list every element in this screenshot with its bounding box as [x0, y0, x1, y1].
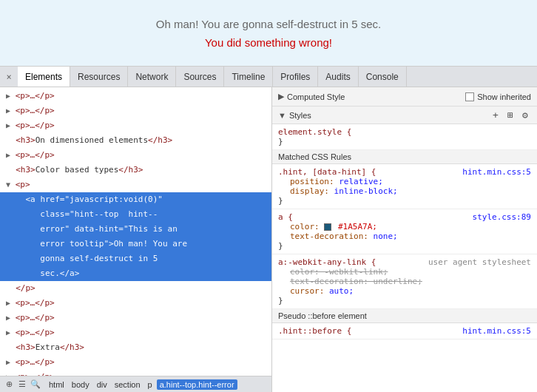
computed-style-header: ▶ Computed Style Show inherited — [272, 87, 537, 107]
dom-line: <h3>On dimensioned elements</h3> — [0, 133, 271, 148]
rule-webkit-prop-textdecoration: text-decoration: underline; — [278, 277, 531, 286]
dom-line: ▶ <p>…</p> — [0, 311, 271, 325]
dom-line-highlighted[interactable]: class="hint--top hint-- — [0, 207, 271, 222]
breadcrumb-html[interactable]: html — [46, 379, 67, 390]
dom-line: ▶ <p>…</p> — [0, 104, 271, 118]
styles-title: ▼ Styles — [278, 111, 311, 120]
dom-line-highlighted[interactable]: error tooltip">Oh man! You are — [0, 237, 271, 251]
tab-sources[interactable]: Sources — [176, 67, 224, 87]
tab-network[interactable]: Network — [128, 67, 176, 87]
matched-css-rules-header: Matched CSS Rules — [272, 150, 537, 164]
dom-line: ▶ <p>…</p> — [0, 118, 271, 133]
toggle-style-button[interactable]: ⊞ — [504, 109, 516, 121]
breadcrumb-body[interactable]: body — [69, 379, 92, 390]
element-style-close: } — [278, 137, 531, 146]
element-style-selector: element.style { — [278, 127, 531, 137]
dom-line: ▼ <p> — [0, 178, 271, 192]
dom-line-highlighted[interactable]: gonna self-destruct in 5 — [0, 251, 271, 266]
css-rule-webkit: a:-webkit-any-link { user agent styleshe… — [272, 254, 537, 309]
tab-resources[interactable]: Resources — [70, 67, 128, 87]
styles-actions: + ⊞ ⚙ — [490, 109, 531, 121]
tab-timeline[interactable]: Timeline — [224, 67, 273, 87]
settings-style-button[interactable]: ⚙ — [519, 109, 531, 121]
tab-bar: × Elements Resources Network Sources Tim… — [0, 67, 537, 87]
dom-line-highlighted[interactable]: error" data-hint="This is an — [0, 222, 271, 237]
styles-panel: ▶ Computed Style Show inherited ▼ Styles… — [272, 87, 537, 392]
dom-line: ▶ <p>…</p> — [0, 89, 271, 104]
search-icon[interactable]: 🔍 — [30, 379, 41, 391]
tab-profiles[interactable]: Profiles — [273, 67, 318, 87]
show-inherited-label: Show inherited — [477, 92, 531, 101]
pseudo-before-header: Pseudo ::before element — [272, 309, 537, 323]
dom-line: ▶ <p>…</p> — [0, 325, 271, 340]
dom-panel: ▶ <p>…</p> ▶ <p>…</p> ▶ <p>…</p> <h3>On … — [0, 87, 272, 392]
rule-a-close: } — [278, 241, 531, 251]
show-inherited-checkbox[interactable] — [465, 92, 474, 101]
rule-a-prop-textdecoration: text-decoration: none; — [278, 232, 531, 241]
page-subtitle: You did something wrong! — [205, 36, 332, 49]
add-style-button[interactable]: + — [490, 109, 501, 121]
styles-section-header: ▼ Styles + ⊞ ⚙ — [272, 107, 537, 124]
breadcrumb-icons: ⊕ ☰ 🔍 — [3, 379, 41, 391]
rule-hint-prop-display: display: inline-block; — [278, 186, 531, 196]
tab-console[interactable]: Console — [359, 67, 407, 87]
dom-line-highlighted[interactable]: sec.</a> — [0, 266, 271, 281]
dom-line: <h3>Color based types</h3> — [0, 163, 271, 178]
dom-line: ▶ <p>…</p> — [0, 296, 271, 311]
breadcrumb-p[interactable]: p — [145, 379, 155, 390]
inspect-icon[interactable]: ⊕ — [3, 379, 15, 391]
computed-title: ▶ Computed Style — [278, 92, 345, 101]
css-rule-hint: .hint, [data-hint] { hint.min.css:5 posi… — [272, 164, 537, 209]
devtools-close-button[interactable]: × — [3, 71, 15, 83]
page-preview: Oh man! You are gonna self-destruct in 5… — [0, 0, 537, 67]
rule-a-prop-color: color: #1A5A7A; — [278, 222, 531, 232]
pseudo-before-file[interactable]: hint.min.css:5 — [462, 326, 531, 336]
dom-line: ▶ <p>…</p> — [0, 370, 271, 376]
tab-elements[interactable]: Elements — [18, 67, 70, 87]
css-content[interactable]: element.style { } Matched CSS Rules .hin… — [272, 124, 537, 392]
rule-webkit-selector: a:-webkit-any-link { user agent styleshe… — [278, 257, 531, 267]
rule-a-file[interactable]: style.css:89 — [473, 212, 531, 222]
dom-line: ▶ <p>…</p> — [0, 148, 271, 163]
rule-hint-file[interactable]: hint.min.css:5 — [462, 167, 531, 177]
pseudo-before-selector: .hint::before { hint.min.css:5 — [278, 326, 531, 336]
tree-icon[interactable]: ☰ — [16, 379, 28, 391]
rule-hint-close: } — [278, 196, 531, 206]
page-title: Oh man! You are gonna self-destruct in 5… — [156, 18, 381, 30]
dom-line: <h3>Extra</h3> — [0, 340, 271, 355]
rule-hint-prop-position: position: relative; — [278, 177, 531, 186]
tab-audits[interactable]: Audits — [318, 67, 358, 87]
devtools-panel: × Elements Resources Network Sources Tim… — [0, 67, 537, 392]
color-swatch[interactable] — [324, 223, 331, 231]
rule-webkit-prop-cursor: cursor: auto; — [278, 286, 531, 296]
pseudo-before-block: .hint::before { hint.min.css:5 — [272, 323, 537, 339]
rule-a-selector: a { style.css:89 — [278, 212, 531, 222]
styles-label: Styles — [289, 111, 311, 120]
main-content: ▶ <p>…</p> ▶ <p>…</p> ▶ <p>…</p> <h3>On … — [0, 87, 537, 392]
dom-line: </p> — [0, 281, 271, 296]
computed-style-label: Computed Style — [287, 92, 345, 101]
styles-arrow-icon: ▼ — [278, 111, 286, 120]
dom-line: ▶ <p>…</p> — [0, 355, 271, 370]
dom-tree[interactable]: ▶ <p>…</p> ▶ <p>…</p> ▶ <p>…</p> <h3>On … — [0, 87, 271, 376]
rule-hint-selector: .hint, [data-hint] { hint.min.css:5 — [278, 167, 531, 177]
breadcrumb-div[interactable]: div — [94, 379, 110, 390]
css-rule-a: a { style.css:89 color: #1A5A7A; text-de… — [272, 209, 537, 254]
rule-webkit-prop-color: color: -webkit-link; — [278, 267, 531, 277]
breadcrumb-section[interactable]: section — [112, 379, 143, 390]
element-style-block: element.style { } — [272, 124, 537, 150]
dom-line-highlighted[interactable]: <a href="javascript:void(0)" — [0, 192, 271, 207]
breadcrumb-bar: ⊕ ☰ 🔍 html body div section p a.hint--to… — [0, 376, 271, 392]
show-inherited-control[interactable]: Show inherited — [465, 92, 531, 101]
computed-arrow-icon: ▶ — [278, 92, 284, 101]
rule-webkit-close: } — [278, 296, 531, 305]
breadcrumb-active[interactable]: a.hint--top.hint--error — [157, 379, 237, 390]
